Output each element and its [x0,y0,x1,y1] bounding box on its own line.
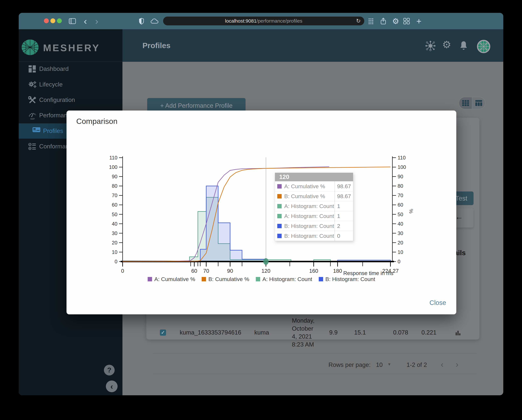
histogram-B: Histogram: Count [200,186,266,262]
legend-item[interactable]: B: Cumulative % [202,276,249,282]
legend-label: A: Cumulative % [154,276,195,282]
table-row-divider [153,353,477,353]
forward-button[interactable]: › [92,13,102,29]
y-axis-tick-right: 0 [398,259,400,264]
tooltip-label: A: Histogram: Count [284,203,335,209]
lifecycle-icon [28,81,36,88]
y-axis-tick-left: 0 [115,259,117,264]
tooltip-value: 1 [335,201,353,211]
traffic-minimize-button[interactable] [50,18,55,23]
url-path: /performance/profiles [256,18,302,24]
sidebar-toggle-icon[interactable] [68,13,77,29]
y-axis-tick-left: 60 [112,202,117,208]
brand-row[interactable]: MESHERY [19,29,123,62]
legend-item[interactable]: A: Cumulative % [148,276,195,282]
pagination-range: 1-2 of 2 [407,361,427,368]
sidebar-item-label: Lifecycle [39,81,63,88]
avatar[interactable] [477,40,491,54]
row-date-line: 4, 2021 [292,333,312,340]
svg-text:SMP: SMP [30,118,35,120]
settings-gear-icon[interactable]: ⚙ [391,13,400,29]
page-title: Profiles [142,41,170,50]
y-axis-tick-left: 80 [112,183,117,189]
y-axis-tick-right: 110 [398,155,406,161]
tooltip-value: 0 [335,231,353,241]
tooltip-swatch [277,194,282,198]
tooltip-value: 98.67 [335,191,353,201]
meshery-logo-icon [21,39,39,56]
previous-page-button[interactable]: ‹ [441,360,444,369]
tooltip-title: 120 [275,173,353,181]
close-button[interactable]: Close [430,299,446,306]
configuration-icon [28,96,36,104]
y-axis-tick-left: 10 [112,249,117,255]
y-axis-tick-left: 100 [109,164,117,170]
legend-item[interactable]: B: Histogram: Count [319,276,375,282]
y-axis-label-right: % [408,209,414,213]
y-axis-tick-left: 50 [112,212,117,217]
x-axis-label: Response time in ms [343,270,393,276]
y-axis-tick-left: 110 [109,155,117,161]
sidebar-item-label: Profiles [43,128,63,135]
chevron-down-icon[interactable]: ▾ [388,361,391,367]
tooltip-label: B: Cumulative % [284,193,335,199]
y-axis-tick-left: 40 [112,221,117,227]
tab-grid-icon[interactable] [366,13,376,29]
comparison-modal: Comparison 00101020203030404050506060707… [67,111,456,314]
help-button[interactable]: ? [104,365,115,375]
privacy-shield-icon[interactable] [137,13,146,29]
traffic-zoom-button[interactable] [57,18,62,23]
app-header: Profiles ⚙ [123,29,503,62]
x-axis-tick: 160 [309,268,318,274]
notifications-bell-icon[interactable] [459,41,468,51]
gear-icon[interactable]: ⚙ [442,39,451,51]
back-button[interactable]: ‹ [80,13,90,29]
sidebar-item-dashboard[interactable]: Dashboard [19,61,123,76]
row-checkbox[interactable]: ✓ [160,330,166,336]
collapse-sidebar-button[interactable]: ‹ [106,381,118,392]
y-axis-tick-right: 80 [398,183,403,189]
new-tab-plus-icon[interactable]: + [414,13,424,29]
mesh-adapters-icon[interactable] [425,41,436,52]
row-chart-icon[interactable] [455,330,461,338]
y-axis-tick-left: 20 [112,240,117,246]
x-axis-tick: 70 [203,268,209,274]
next-page-button[interactable]: › [456,360,458,369]
row-duration: 15.1 [346,329,366,336]
reload-icon[interactable]: ↻ [356,18,361,24]
back-arrow-icon[interactable]: ← [455,212,463,221]
tooltip-row: B: Histogram: Count0 [275,231,353,241]
sidebar-item-configuration[interactable]: Configuration [19,92,123,108]
share-icon[interactable] [378,13,388,29]
tooltip-value: 2 [335,221,353,231]
cloud-icon[interactable] [150,13,159,29]
y-axis-tick-right: 50 [398,212,403,217]
performance-icon: SMP [28,112,36,119]
url-bar[interactable]: localhost:9081/performance/profiles ↻ [163,17,364,25]
url-host: localhost:9081 [225,18,256,24]
row-p99: 0.221 [414,329,437,336]
traffic-close-button[interactable] [44,18,49,23]
legend-label: A: Histogram: Count [262,276,312,282]
brand-name: MESHERY [43,42,100,53]
tooltip-swatch [277,234,282,238]
chart-legend: A: Cumulative %B: Cumulative %A: Histogr… [67,276,456,282]
extensions-grid-icon[interactable] [402,13,411,29]
comparison-chart[interactable]: 0010102020303040405050606070708080909010… [67,111,456,314]
grid-view-button[interactable] [459,97,472,109]
row-date-line: October [292,325,313,332]
row-name[interactable]: kuma_1633353794616 [180,329,241,336]
x-axis-tick: 60 [191,268,197,274]
legend-swatch [202,277,206,281]
sidebar-item-label: Dashboard [39,66,69,72]
legend-item[interactable]: A: Histogram: Count [256,276,312,282]
tooltip-label: B: Histogram: Count [284,223,335,229]
y-axis-tick-right: 60 [398,202,403,208]
table-view-button[interactable] [472,97,485,109]
y-axis-tick-right: 40 [398,221,403,227]
row-date-line: 8:23 AM [292,341,314,348]
profiles-icon [32,127,40,135]
row-qps: 9.9 [318,329,338,336]
rows-per-page-select[interactable]: 10 [376,361,383,368]
sidebar-item-lifecycle[interactable]: Lifecycle [19,77,123,92]
